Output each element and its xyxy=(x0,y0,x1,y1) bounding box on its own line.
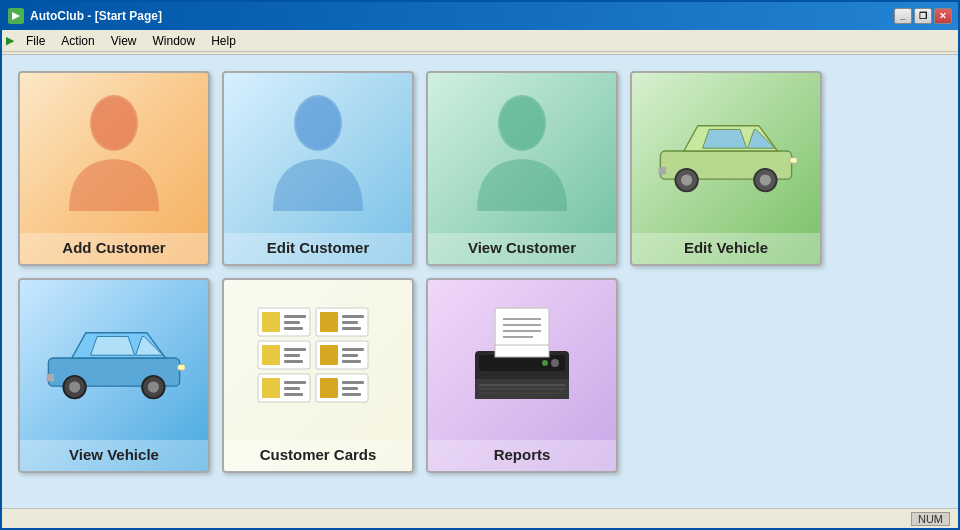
app-icon xyxy=(8,8,24,24)
menu-action[interactable]: Action xyxy=(53,32,102,50)
svg-point-63 xyxy=(551,359,559,367)
edit-customer-label: Edit Customer xyxy=(224,233,412,264)
svg-rect-40 xyxy=(342,360,361,363)
add-customer-label: Add Customer xyxy=(20,233,208,264)
svg-point-4 xyxy=(296,97,340,149)
svg-rect-42 xyxy=(262,378,280,398)
view-vehicle-icon xyxy=(20,280,208,435)
svg-rect-27 xyxy=(320,312,338,332)
svg-rect-28 xyxy=(342,315,364,318)
edit-vehicle-label: Edit Vehicle xyxy=(632,233,820,264)
edit-customer-icon xyxy=(224,73,412,228)
svg-rect-24 xyxy=(284,321,300,324)
svg-rect-13 xyxy=(659,166,667,174)
menu-view[interactable]: View xyxy=(103,32,145,50)
reports-icon xyxy=(428,280,616,435)
menu-file[interactable]: File xyxy=(18,32,53,50)
svg-point-18 xyxy=(148,381,159,392)
status-bar: NUM xyxy=(2,508,958,528)
svg-marker-0 xyxy=(12,12,20,20)
reports-tile[interactable]: Reports xyxy=(426,278,618,473)
svg-rect-32 xyxy=(262,345,280,365)
svg-point-11 xyxy=(760,174,771,185)
svg-rect-45 xyxy=(284,393,303,396)
num-indicator: NUM xyxy=(911,512,950,526)
svg-rect-19 xyxy=(178,364,186,370)
customer-cards-icon xyxy=(224,280,412,435)
edit-customer-tile[interactable]: Edit Customer xyxy=(222,71,414,266)
svg-point-64 xyxy=(542,360,548,366)
svg-rect-34 xyxy=(284,354,300,357)
menu-help[interactable]: Help xyxy=(203,32,244,50)
view-customer-icon xyxy=(428,73,616,228)
view-vehicle-tile[interactable]: View Vehicle xyxy=(18,278,210,473)
svg-rect-25 xyxy=(284,327,303,330)
svg-point-9 xyxy=(681,174,692,185)
content-area: Add Customer Edit Customer xyxy=(2,55,958,508)
customer-cards-tile[interactable]: Customer Cards xyxy=(222,278,414,473)
main-window: AutoClub - [Start Page] _ ❐ ✕ ▶ File Act… xyxy=(0,0,960,530)
add-customer-icon xyxy=(20,73,208,228)
svg-rect-43 xyxy=(284,381,306,384)
window-title: AutoClub - [Start Page] xyxy=(30,9,894,23)
svg-rect-49 xyxy=(342,387,358,390)
svg-point-2 xyxy=(92,97,136,149)
svg-rect-50 xyxy=(342,393,361,396)
view-vehicle-label: View Vehicle xyxy=(20,440,208,471)
svg-rect-48 xyxy=(342,381,364,384)
svg-rect-37 xyxy=(320,345,338,365)
svg-rect-44 xyxy=(284,387,300,390)
edit-vehicle-icon xyxy=(632,73,820,228)
tile-row-1: Add Customer Edit Customer xyxy=(18,71,942,266)
add-customer-tile[interactable]: Add Customer xyxy=(18,71,210,266)
customer-cards-label: Customer Cards xyxy=(224,440,412,471)
tile-row-2: View Vehicle xyxy=(18,278,942,473)
svg-rect-38 xyxy=(342,348,364,351)
svg-rect-51 xyxy=(495,308,549,350)
title-bar: AutoClub - [Start Page] _ ❐ ✕ xyxy=(2,2,958,30)
play-icon: ▶ xyxy=(6,34,14,47)
svg-rect-47 xyxy=(320,378,338,398)
close-button[interactable]: ✕ xyxy=(934,8,952,24)
menu-window[interactable]: Window xyxy=(145,32,204,50)
restore-button[interactable]: ❐ xyxy=(914,8,932,24)
svg-point-16 xyxy=(69,381,80,392)
svg-rect-35 xyxy=(284,360,303,363)
svg-rect-23 xyxy=(284,315,306,318)
window-controls: _ ❐ ✕ xyxy=(894,8,952,24)
view-customer-label: View Customer xyxy=(428,233,616,264)
svg-rect-39 xyxy=(342,354,358,357)
svg-rect-33 xyxy=(284,348,306,351)
reports-label: Reports xyxy=(428,440,616,471)
svg-rect-12 xyxy=(790,157,798,163)
svg-point-6 xyxy=(500,97,544,149)
edit-vehicle-tile[interactable]: Edit Vehicle xyxy=(630,71,822,266)
view-customer-tile[interactable]: View Customer xyxy=(426,71,618,266)
svg-rect-30 xyxy=(342,327,361,330)
svg-rect-58 xyxy=(495,345,549,357)
menu-bar: ▶ File Action View Window Help xyxy=(2,30,958,52)
svg-rect-22 xyxy=(262,312,280,332)
svg-rect-29 xyxy=(342,321,358,324)
svg-rect-20 xyxy=(47,373,55,381)
minimize-button[interactable]: _ xyxy=(894,8,912,24)
